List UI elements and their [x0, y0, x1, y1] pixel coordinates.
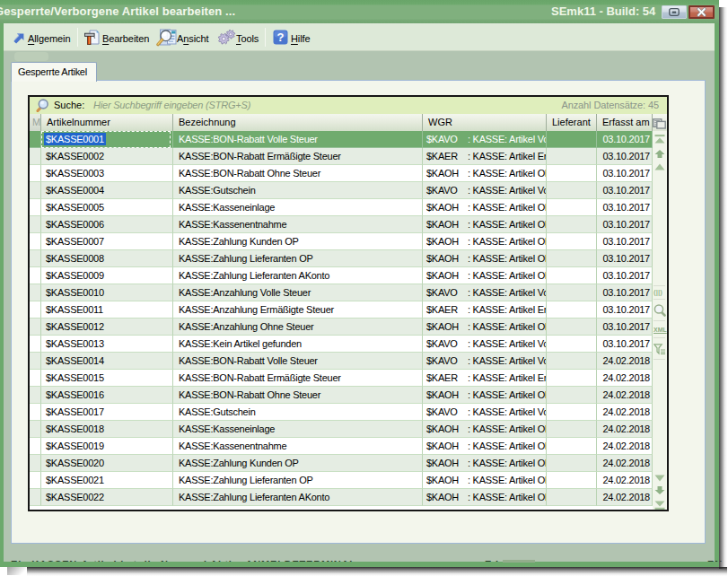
svg-text:?: ?: [277, 31, 285, 44]
